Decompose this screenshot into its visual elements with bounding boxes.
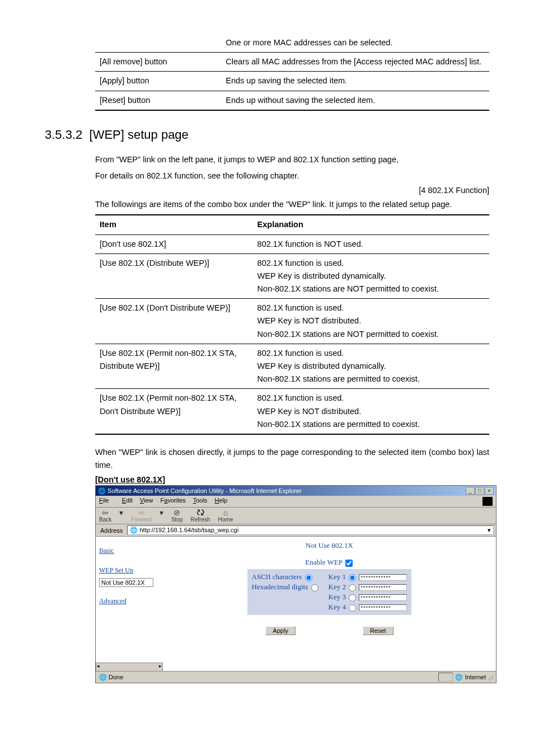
resize-grip-icon: ◿: [488, 674, 493, 681]
maximize-button[interactable]: □: [475, 487, 484, 495]
mt-r0-item: [Don't use 802.1X]: [95, 234, 253, 253]
minimize-button[interactable]: _: [466, 487, 475, 495]
home-button[interactable]: ⌂Home: [218, 509, 233, 523]
menu-view[interactable]: View: [140, 497, 153, 504]
para-3: When "WEP" link is chosen directly, it j…: [95, 446, 489, 472]
hex-radio[interactable]: [311, 584, 318, 591]
ie-statusbar: 🌐 Done 🌐 Internet ◿: [96, 671, 496, 683]
home-icon: ⌂: [218, 509, 233, 516]
toolbar-sep2-icon: ▾: [160, 509, 163, 523]
ie-sidebar: Basic WEP Set Up Not Use 802.1X Advanced…: [96, 537, 163, 671]
top-r1-exp: Clears all MAC addresses from the [Acces…: [221, 53, 489, 72]
para-1a: From "WEP" link on the left pane, it jum…: [95, 153, 489, 166]
mt-r4-exp: 802.1X function is used. WEP Key is NOT …: [253, 389, 489, 434]
key3-field[interactable]: ************: [359, 594, 407, 601]
menu-favorites[interactable]: Favorites: [161, 497, 186, 504]
refresh-icon: 🗘: [191, 509, 210, 516]
menu-tools[interactable]: Tools: [193, 497, 208, 504]
key4-field[interactable]: ************: [359, 604, 407, 611]
status-zone: Internet: [465, 674, 486, 680]
stop-icon: ⊘: [171, 509, 183, 516]
ie-main-pane: Not Use 802.1X Enable WEP ASCII characte…: [163, 537, 496, 671]
menu-edit[interactable]: Edit: [122, 497, 133, 504]
menu-help[interactable]: Help: [214, 497, 227, 504]
hex-label: Hexadecimal digits: [252, 583, 308, 591]
mt-r1-exp: 802.1X function is used. WEP Key is dist…: [253, 253, 489, 299]
top-r0-item: [95, 34, 221, 53]
mt-r2-item: [Use 802.1X (Don't Distribute WEP)]: [95, 299, 253, 344]
subhead-dont-use: [Don't use 802.1X]: [95, 475, 489, 484]
ie-addressbar: Address 🌐 http://192.168.1.64/tsb/tsap_w…: [96, 524, 496, 537]
top-table: One or more MAC addresses can be selecte…: [95, 34, 489, 111]
top-r0-exp: One or more MAC addresses can be selecte…: [221, 34, 489, 53]
section-heading: 3.5.3.2 [WEP] setup page: [45, 128, 489, 142]
cross-ref: [4 802.1X Function]: [95, 186, 489, 195]
top-r2-exp: Ends up saving the selected item.: [221, 72, 489, 91]
stop-button[interactable]: ⊘Stop: [171, 509, 183, 523]
top-r1-item: [All remove] button: [95, 53, 221, 72]
key1-field[interactable]: ************: [359, 574, 407, 581]
status-done: Done: [109, 674, 123, 680]
sidebar-link-basic[interactable]: Basic: [99, 547, 160, 555]
back-button[interactable]: ⇦Back: [99, 509, 111, 523]
reset-button[interactable]: Reset: [363, 626, 394, 635]
mt-r3-item: [Use 802.1X (Permit non-802.1X STA, Dist…: [95, 344, 253, 389]
address-url: http://192.168.1.64/tsb/tsap_wep.cgi: [139, 527, 238, 533]
back-arrow-icon: ⇦: [99, 509, 111, 516]
apply-button[interactable]: Apply: [265, 626, 296, 635]
section-title: [WEP] setup page: [90, 128, 189, 142]
toolbar-sep-icon: ▾: [119, 509, 123, 523]
key4-label: Key 4: [329, 603, 346, 611]
top-r3-item: [Reset] button: [95, 91, 221, 110]
address-input[interactable]: 🌐 http://192.168.1.64/tsb/tsap_wep.cgi ▾: [127, 525, 494, 535]
sidebar-link-wepsetup[interactable]: WEP Set Up: [99, 566, 160, 575]
enable-wep-label: Enable WEP: [305, 558, 342, 566]
close-button[interactable]: ×: [485, 487, 494, 495]
key1-label: Key 1: [329, 572, 346, 581]
forward-arrow-icon: ⇨: [131, 509, 152, 516]
key3-radio[interactable]: [349, 594, 356, 602]
ie-app-icon: 🌐: [98, 487, 106, 494]
status-seg-icon: [438, 673, 453, 682]
mt-r1-item: [Use 802.1X (Distribute WEP)]: [95, 253, 253, 299]
section-number: 3.5.3.2: [45, 128, 82, 142]
para-1b: For details on 802.1X function, see the …: [95, 170, 489, 182]
ie-toolbar: ⇦Back ▾ ⇨Forward ▾ ⊘Stop 🗘Refresh ⌂Home: [96, 508, 496, 524]
ie-page-icon: 🌐: [130, 527, 138, 533]
key2-radio[interactable]: [349, 584, 356, 591]
mt-r4-item: [Use 802.1X (Permit non-802.1X STA, Don'…: [95, 389, 253, 434]
top-r2-item: [Apply] button: [95, 72, 221, 91]
status-page-icon: 🌐: [99, 674, 107, 680]
enable-wep-checkbox[interactable]: [345, 560, 353, 567]
key2-field[interactable]: ************: [359, 584, 407, 591]
ascii-radio[interactable]: [305, 574, 312, 581]
th-item: Item: [95, 215, 253, 234]
mt-r3-exp: 802.1X function is used. WEP Key is dist…: [253, 344, 489, 389]
ie-window: 🌐 Software Access Point Configuration Ut…: [95, 485, 496, 683]
key1-radio[interactable]: [349, 574, 356, 581]
mt-r0-exp: 802.1X function is NOT used.: [253, 234, 489, 253]
forward-button[interactable]: ⇨Forward: [131, 509, 152, 523]
key2-label: Key 2: [329, 583, 346, 591]
main-heading: Not Use 802.1X: [168, 541, 490, 550]
para-2: The followings are items of the combo bo…: [95, 198, 489, 211]
th-exp: Explanation: [253, 215, 489, 234]
globe-icon: 🌐: [455, 674, 463, 681]
menu-file[interactable]: File: [99, 497, 115, 504]
sidebar-combo-8021x[interactable]: Not Use 802.1X: [99, 578, 153, 587]
combo-table: Item Explanation [Don't use 802.1X] 802.…: [95, 214, 489, 435]
address-dropdown-icon[interactable]: ▾: [488, 527, 491, 534]
sidebar-link-advanced[interactable]: Advanced: [99, 597, 160, 605]
refresh-button[interactable]: 🗘Refresh: [191, 509, 210, 523]
ascii-label: ASCII characters: [252, 572, 302, 581]
sidebar-hscrollbar[interactable]: ◂▸: [96, 663, 163, 672]
ie-logo-icon: [483, 497, 493, 506]
ie-titlebar: 🌐 Software Access Point Configuration Ut…: [96, 486, 496, 496]
mt-r2-exp: 802.1X function is used. WEP Key is NOT …: [253, 299, 489, 344]
ie-title-text: Software Access Point Configuration Util…: [107, 487, 302, 494]
ie-menubar: File Edit View Favorites Tools Help: [96, 496, 496, 508]
address-label: Address: [98, 527, 125, 534]
key4-radio[interactable]: [349, 604, 356, 612]
top-r3-exp: Ends up without saving the selected item…: [221, 91, 489, 110]
key3-label: Key 3: [329, 593, 346, 601]
